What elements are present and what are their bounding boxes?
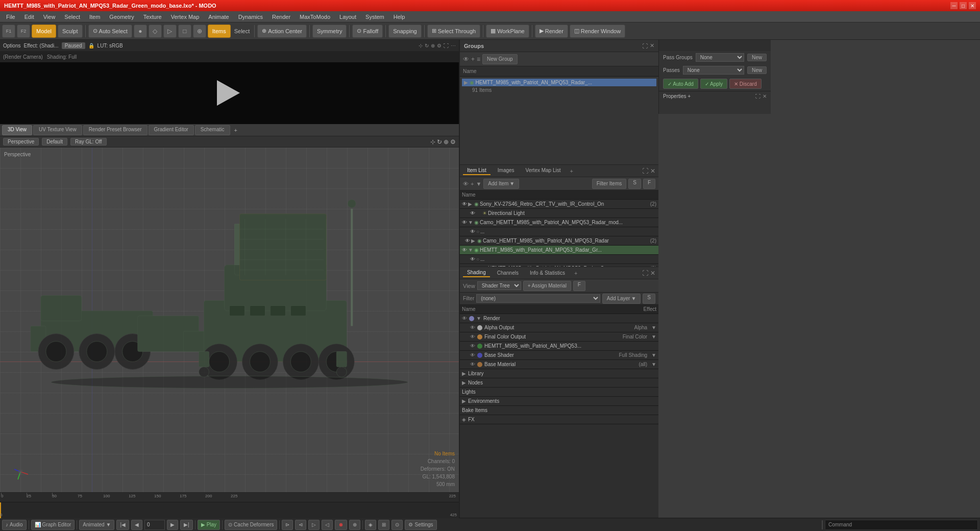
menu-layout[interactable]: Layout: [335, 13, 360, 21]
groups-item-hemtt[interactable]: ▶ ◉ HEMTT_M985_with_Patriot_AN_MPQ53_Rad…: [462, 79, 656, 86]
hemtt-hl-eye[interactable]: 👁: [462, 247, 467, 253]
groups-close-icon[interactable]: ✕: [650, 42, 654, 49]
preview-fullscreen-icon[interactable]: ⛶: [444, 43, 449, 49]
alpha-dropdown[interactable]: ▼: [651, 325, 656, 330]
mode-icon-1[interactable]: ●: [134, 25, 147, 38]
groups-list[interactable]: ▶ ◉ HEMTT_M985_with_Patriot_AN_MPQ53_Rad…: [460, 77, 658, 164]
passes-new-button[interactable]: New: [747, 66, 767, 74]
shading-list[interactable]: 👁 ▼ Render 👁 Alpha Output Alpha ▼ 👁: [460, 314, 658, 518]
render-expand[interactable]: ▼: [476, 316, 481, 321]
shading-row-base-shader[interactable]: 👁 Base Shader Full Shading ▼: [460, 351, 658, 360]
transport-icon-4[interactable]: ◁: [322, 520, 333, 530]
perspective-button[interactable]: Perspective: [3, 138, 39, 146]
menu-system[interactable]: System: [361, 13, 388, 21]
item-row-camo-hemtt[interactable]: 👁 ▶ ◉ Camo_HEMTT_M985_with_Patriot_AN_MP…: [460, 236, 658, 246]
filter-value-select[interactable]: (none): [476, 294, 600, 303]
transport-back-to-start[interactable]: |◀: [116, 520, 129, 530]
menu-maxtomodo[interactable]: MaxToModo: [296, 13, 334, 21]
transport-icon-6[interactable]: ◈: [365, 520, 376, 530]
cache-deformers-button[interactable]: ⊙ Cache Deformers: [225, 520, 277, 530]
transport-icon-7[interactable]: ⊞: [378, 520, 389, 530]
items-minus-icon[interactable]: ▼: [476, 181, 481, 187]
groups-icon-3[interactable]: ≡: [477, 56, 480, 63]
viewport-gear-icon[interactable]: ⚙: [450, 138, 456, 146]
shader-eye[interactable]: 👁: [470, 352, 475, 358]
tab-gradient[interactable]: Gradient Editor: [149, 125, 194, 135]
window-controls[interactable]: ─ □ ✕: [950, 2, 976, 9]
shading-f-button[interactable]: F: [573, 281, 585, 291]
effect-label[interactable]: Effect: (Shadi...: [23, 43, 58, 49]
shading-row-library[interactable]: ▶ Library: [460, 369, 658, 378]
tab-images[interactable]: Images: [494, 166, 519, 175]
menu-texture[interactable]: Texture: [139, 13, 166, 21]
symmetry-button[interactable]: Symmetry: [312, 25, 347, 38]
pass-groups-new-button[interactable]: New: [747, 54, 767, 61]
shading-row-environments[interactable]: ▶ Environments: [460, 397, 658, 406]
menu-vertex-map[interactable]: Vertex Map: [167, 13, 204, 21]
viewport-refresh-icon[interactable]: ↻: [437, 138, 442, 146]
tab-vertex-map-list[interactable]: Vertex Map List: [522, 166, 565, 175]
tab-render-preset[interactable]: Render Preset Browser: [83, 125, 148, 135]
preview-refresh-icon[interactable]: ↻: [425, 43, 429, 49]
shading-row-nodes[interactable]: ▶ Nodes: [460, 378, 658, 388]
items-list[interactable]: 👁 ▶ ◉ Sony_KV-27S46_Retro_CRT_TV_with_IR…: [460, 200, 658, 267]
snapping-button[interactable]: Snapping: [388, 25, 422, 38]
ray-gl-button[interactable]: Ray GL: Off: [70, 138, 107, 146]
camo-eye[interactable]: 👁: [465, 238, 470, 244]
preview-zoom-icon[interactable]: ⊕: [431, 43, 435, 49]
menu-help[interactable]: Help: [389, 13, 409, 21]
shading-row-alpha[interactable]: 👁 Alpha Output Alpha ▼: [460, 323, 658, 332]
close-button[interactable]: ✕: [969, 2, 976, 9]
frame-number-input[interactable]: [144, 520, 165, 530]
shading-close-icon[interactable]: ✕: [650, 270, 655, 277]
transport-prev-frame[interactable]: ◀: [131, 520, 142, 530]
shading-expand-icon[interactable]: ⛶: [642, 270, 648, 277]
properties-label[interactable]: Properties +: [663, 93, 691, 99]
f1-button[interactable]: F1: [2, 25, 15, 38]
viewport-settings-icon[interactable]: ⊹: [430, 138, 435, 146]
transport-icon-2[interactable]: ⊲: [295, 520, 306, 530]
transport-icon-1[interactable]: ⊳: [282, 520, 293, 530]
preview-settings-icon[interactable]: ⚙: [437, 43, 442, 49]
items-close-icon[interactable]: ✕: [650, 167, 655, 175]
f2-button[interactable]: F2: [17, 25, 30, 38]
play-button-bottom[interactable]: ▶ Play: [198, 520, 220, 530]
items-button[interactable]: Items: [208, 25, 231, 38]
items-eye-icon[interactable]: 👁: [463, 181, 469, 187]
properties-expand-icon[interactable]: ⛶: [755, 93, 761, 99]
shader-dropdown[interactable]: ▼: [651, 352, 656, 358]
alpha-eye[interactable]: 👁: [470, 325, 475, 330]
mode-icon-3[interactable]: ▷: [163, 25, 177, 38]
items-f-button[interactable]: F: [643, 179, 655, 189]
item-row-directional-light[interactable]: 👁 ☀ Directional Light: [460, 209, 658, 218]
record-button[interactable]: ⏺: [335, 520, 347, 530]
tab-3d-view[interactable]: 3D View: [2, 125, 32, 135]
maximize-button[interactable]: □: [960, 2, 967, 9]
menu-dynamics[interactable]: Dynamics: [234, 13, 267, 21]
tab-shading[interactable]: Shading: [463, 269, 490, 277]
falloff-button[interactable]: ⊙ Falloff: [352, 25, 383, 38]
add-layer-button[interactable]: Add Layer ▼: [602, 294, 641, 304]
item-row-indent-1[interactable]: 👁 ○ ...: [460, 227, 658, 236]
items-add-tab[interactable]: +: [570, 168, 573, 174]
menu-view[interactable]: View: [39, 13, 60, 21]
add-tab-button[interactable]: +: [231, 126, 240, 134]
graph-editor-button[interactable]: 📊 Graph Editor: [31, 520, 75, 530]
camo-expand[interactable]: ▶: [471, 238, 476, 244]
items-add-icon[interactable]: +: [471, 181, 474, 187]
shading-row-bake-items[interactable]: Bake Items: [460, 406, 658, 415]
item-row-sub-indent[interactable]: 👁 ○ ...: [460, 255, 658, 264]
menu-file[interactable]: File: [2, 13, 19, 21]
viewport-content[interactable]: Perspective No Items Channels: 0 Deforme…: [0, 148, 459, 492]
viewport-zoom-icon[interactable]: ⊕: [444, 138, 449, 146]
item-row-hemtt-green[interactable]: 👁 ◉ HEMTT_M985_with_Patriot_AN_MPQ53_Rad…: [460, 264, 658, 267]
add-item-button[interactable]: Add Item ▼: [483, 179, 519, 189]
preview-expand-icon[interactable]: ⊹: [419, 43, 423, 49]
transport-next-frame[interactable]: ▶: [167, 520, 178, 530]
mode-icon-5[interactable]: ⊕: [193, 25, 206, 38]
sculpt-button[interactable]: Sculpt: [58, 25, 83, 38]
timeline-ruler[interactable]: 0 25 50 75 100 125 150 175 200 225 225: [0, 493, 459, 502]
nodes-expand[interactable]: ▶: [462, 380, 466, 385]
passes-select[interactable]: None: [683, 66, 744, 75]
filter-items-button[interactable]: Filter Items: [592, 179, 626, 189]
